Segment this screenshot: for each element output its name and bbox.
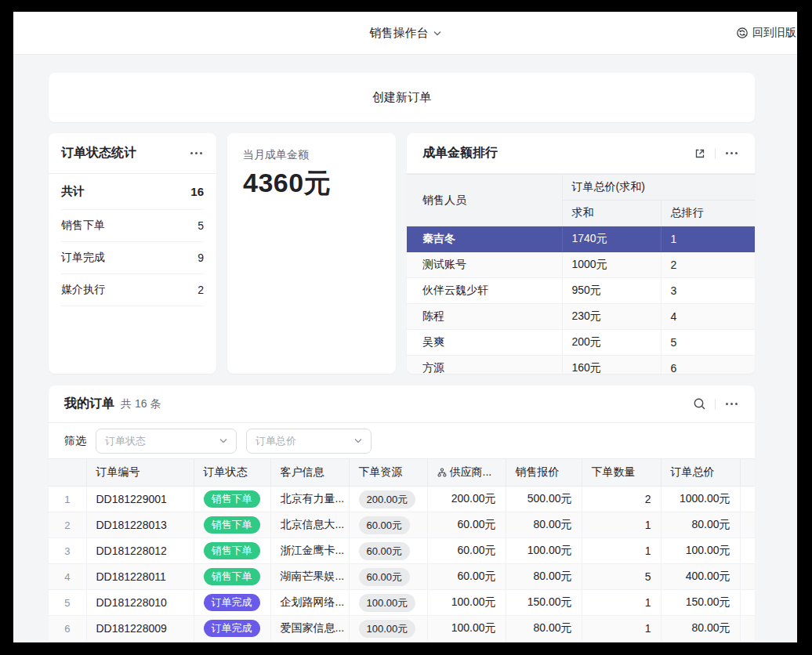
ranking-row[interactable]: 秦吉冬 1740元 1 <box>407 226 755 252</box>
quantity: 2 <box>582 487 661 512</box>
order-total-filter-select[interactable]: 订单总价 <box>246 429 372 454</box>
back-to-old-version-label: 回到旧版 <box>752 26 796 40</box>
stat-row-total[interactable]: 共计 16 <box>61 174 204 210</box>
ranking-col-rank[interactable]: 总排行 <box>661 201 755 226</box>
row-index: 6 <box>49 616 86 642</box>
stat-label: 共计 <box>61 184 85 199</box>
rank-sum: 230元 <box>562 304 661 330</box>
col-order-no[interactable]: 订单编号 <box>86 459 194 487</box>
row-index: 3 <box>49 538 86 564</box>
monthly-amount-label: 当月成单金额 <box>243 148 380 162</box>
ranking-row[interactable]: 吴爽 200元 5 <box>407 330 755 356</box>
order-row[interactable]: 2 DD181228013 销售下单 北京信息大... 60.00元 60.00… <box>49 512 755 538</box>
my-orders-header: 我的订单 共 16 条 <box>49 385 755 423</box>
order-row[interactable]: 3 DD181228012 销售下单 浙江金鹰卡... 60.00元 60.00… <box>49 538 755 564</box>
status-badge: 销售下单 <box>204 516 260 534</box>
sales-quote: 80.00元 <box>506 616 582 642</box>
create-order-button[interactable]: 创建新订单 <box>49 73 755 122</box>
stat-row-sale[interactable]: 销售下单 5 <box>61 210 204 242</box>
customer: 浙江金鹰卡... <box>270 538 349 564</box>
order-row[interactable]: 1 DD181229001 销售下单 北京有力量... 200.00元 200.… <box>49 487 755 512</box>
stat-value: 5 <box>198 219 204 232</box>
row-index: 5 <box>49 590 86 616</box>
status-badge: 订单完成 <box>204 594 260 611</box>
ranking-row[interactable]: 陈程 230元 4 <box>407 304 755 330</box>
order-status-stats-header: 订单状态统计 <box>49 133 216 174</box>
ranking-table: 销售人员 订单总价(求和) 求和 总排行 秦吉冬 1740元 1 <box>407 174 755 374</box>
page-title: 销售操作台 <box>370 26 429 41</box>
ranking-row[interactable]: 测试账号 1000元 2 <box>407 252 755 278</box>
stat-row-done[interactable]: 订单完成 9 <box>61 242 204 274</box>
rank-pos: 5 <box>661 330 755 356</box>
order-status-stats-title: 订单状态统计 <box>61 145 136 161</box>
stat-label: 订单完成 <box>61 251 105 265</box>
rank-pos: 2 <box>661 252 755 278</box>
rank-sum: 1000元 <box>562 252 661 278</box>
order-row[interactable]: 4 DD181228011 销售下单 湖南芒果娱... 60.00元 60.00… <box>49 564 755 590</box>
resource-badge: 100.00元 <box>359 594 416 612</box>
order-row[interactable]: 5 DD181228010 订单完成 企划路网络... 100.00元 100.… <box>49 590 755 616</box>
col-quote[interactable]: 销售报价 <box>506 459 582 487</box>
my-orders-card: 我的订单 共 16 条 筛选 订单状态 <box>49 385 755 642</box>
rank-sum: 200元 <box>562 330 661 356</box>
rank-name: 方源 <box>407 356 562 375</box>
order-no: DD181228011 <box>86 564 194 590</box>
col-resource[interactable]: 下单资源 <box>349 459 427 487</box>
back-to-old-version-button[interactable]: 回到旧版 <box>736 12 797 54</box>
order-total: 100.00元 <box>661 538 740 564</box>
more-menu-icon[interactable] <box>724 400 739 408</box>
ranking-col-group[interactable]: 订单总价(求和) <box>562 175 755 201</box>
supplier-price: 60.00元 <box>427 564 506 590</box>
col-quantity[interactable]: 下单数量 <box>582 459 661 487</box>
workspace-switcher[interactable]: 销售操作台 <box>370 26 441 41</box>
quantity: 1 <box>582 616 661 642</box>
stat-value: 9 <box>198 252 204 264</box>
status-badge: 销售下单 <box>204 568 260 585</box>
divider <box>715 399 716 410</box>
monthly-amount-value: 4360元 <box>243 165 380 201</box>
order-total: 1000.00元 <box>661 487 740 512</box>
more-menu-icon[interactable] <box>189 149 204 157</box>
ranking-row[interactable]: 伙伴云魏少轩 950元 3 <box>407 278 755 304</box>
ranking-row[interactable]: 方源 160元 6 <box>407 356 755 375</box>
stat-value: 16 <box>190 185 204 198</box>
supplier-price: 100.00元 <box>427 616 506 642</box>
quantity: 1 <box>582 538 661 564</box>
order-no: DD181228012 <box>86 538 194 564</box>
row-index: 2 <box>49 512 86 538</box>
supplier-price: 60.00元 <box>427 538 506 564</box>
top-bar: 销售操作台 回到旧版 <box>13 12 797 55</box>
rank-pos: 4 <box>661 304 755 330</box>
col-status[interactable]: 订单状态 <box>194 459 270 487</box>
stat-label: 销售下单 <box>61 219 105 233</box>
ranking-col-person[interactable]: 销售人员 <box>407 175 562 226</box>
resource-badge: 100.00元 <box>359 620 416 638</box>
stat-row-media[interactable]: 媒介执行 2 <box>61 274 204 306</box>
resource-badge: 60.00元 <box>359 516 411 534</box>
rank-pos: 3 <box>661 278 755 304</box>
rank-name: 陈程 <box>407 304 562 330</box>
col-customer[interactable]: 客户信息 <box>270 459 349 487</box>
status-badge: 订单完成 <box>204 620 260 637</box>
hierarchy-icon <box>437 468 447 477</box>
supplier-price: 60.00元 <box>427 512 506 538</box>
order-no: DD181228010 <box>86 590 194 616</box>
customer: 北京信息大... <box>270 512 349 538</box>
more-menu-icon[interactable] <box>724 149 739 157</box>
order-row[interactable]: 6 DD181228009 订单完成 爱国家信息... 100.00元 100.… <box>49 616 755 642</box>
ranking-col-sum[interactable]: 求和 <box>562 201 661 226</box>
col-total[interactable]: 订单总价 <box>661 459 740 487</box>
order-total-filter-placeholder: 订单总价 <box>256 434 296 448</box>
order-no: DD181228009 <box>86 616 194 642</box>
supplier-price: 200.00元 <box>427 487 506 512</box>
order-total: 80.00元 <box>661 512 740 538</box>
open-in-new-icon[interactable] <box>694 147 706 160</box>
sales-quote: 80.00元 <box>506 512 582 538</box>
order-status-filter-select[interactable]: 订单状态 <box>96 429 237 454</box>
customer: 北京有力量... <box>270 487 349 512</box>
my-orders-title: 我的订单 <box>64 396 114 412</box>
search-icon[interactable] <box>693 397 706 411</box>
col-supplier[interactable]: 供应商... <box>427 459 506 487</box>
status-badge: 销售下单 <box>204 542 260 559</box>
page-content: 创建新订单 订单状态统计 共计 16 销售下单 5 订单完成 <box>13 55 797 642</box>
